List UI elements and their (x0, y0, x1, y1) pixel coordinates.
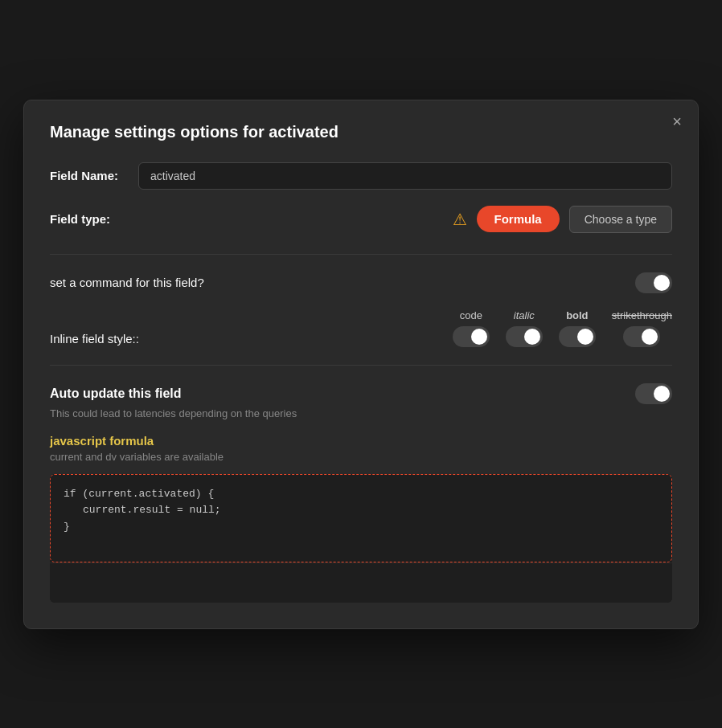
toggle-italic-thumb (524, 329, 540, 345)
code-editor[interactable]: if (current.activated) { current.result … (50, 474, 672, 562)
auto-update-toggle-track[interactable] (635, 383, 672, 404)
style-bold-label: bold (566, 309, 588, 321)
inline-style-label: Inline field style:: (50, 309, 211, 346)
toggle-strikethrough[interactable] (623, 326, 660, 347)
toggle-strikethrough-track[interactable] (623, 326, 660, 347)
toggle-italic[interactable] (506, 326, 543, 347)
auto-update-toggle-thumb (654, 386, 670, 402)
style-toggle-strikethrough: strikethrough (612, 309, 672, 347)
modal-title: Manage settings options for activated (50, 123, 672, 141)
auto-update-subtitle: This could lead to latencies depending o… (50, 407, 672, 419)
auto-update-row: Auto update this field (50, 383, 672, 404)
toggle-code-thumb (471, 329, 487, 345)
code-extra-space (50, 562, 672, 603)
field-type-controls: ⚠ Formula Choose a type (138, 206, 672, 233)
toggle-bold-track[interactable] (559, 326, 596, 347)
toggle-bold[interactable] (559, 326, 596, 347)
code-line-2: current.result = null; (64, 502, 658, 519)
shield-icon: ⚠ (453, 210, 467, 229)
command-toggle-thumb (654, 275, 670, 291)
toggle-code[interactable] (453, 326, 490, 347)
code-area-container: if (current.activated) { current.result … (50, 474, 672, 603)
command-toggle-track[interactable] (635, 272, 672, 293)
command-toggle[interactable] (635, 272, 672, 293)
toggle-strikethrough-thumb (642, 329, 658, 345)
field-name-input[interactable] (138, 162, 672, 190)
field-name-row: Field Name: (50, 162, 672, 190)
modal-container: × Manage settings options for activated … (23, 100, 699, 629)
divider-1 (50, 254, 672, 255)
style-strikethrough-label: strikethrough (612, 309, 672, 321)
field-type-label: Field type: (50, 212, 138, 226)
inline-style-row: Inline field style:: code italic (50, 309, 672, 347)
code-line-1: if (current.activated) { (64, 486, 658, 503)
command-toggle-row: set a command for this field? (50, 272, 672, 293)
choose-type-button[interactable]: Choose a type (569, 206, 672, 233)
auto-update-title: Auto update this field (50, 386, 182, 401)
toggle-italic-track[interactable] (506, 326, 543, 347)
formula-button[interactable]: Formula (477, 206, 560, 232)
auto-update-toggle[interactable] (635, 383, 672, 404)
formula-subtitle: current and dv variables are available (50, 451, 672, 463)
style-toggle-bold: bold (559, 309, 596, 347)
style-toggle-italic: italic (506, 309, 543, 347)
field-name-label: Field Name: (50, 169, 138, 182)
code-line-3: } (64, 519, 658, 536)
divider-2 (50, 365, 672, 366)
style-toggle-code: code (453, 309, 490, 347)
style-italic-label: italic (514, 309, 535, 321)
close-button[interactable]: × (672, 113, 682, 129)
command-label: set a command for this field? (50, 276, 204, 289)
formula-title: javascript formula (50, 434, 672, 448)
auto-update-section: Auto update this field This could lead t… (50, 383, 672, 603)
style-code-label: code (460, 309, 482, 321)
toggle-code-track[interactable] (453, 326, 490, 347)
toggle-bold-thumb (577, 329, 593, 345)
style-toggles: code italic bold (211, 309, 672, 347)
field-type-row: Field type: ⚠ Formula Choose a type (50, 206, 672, 233)
inline-style-section: Inline field style:: code italic (50, 309, 672, 347)
